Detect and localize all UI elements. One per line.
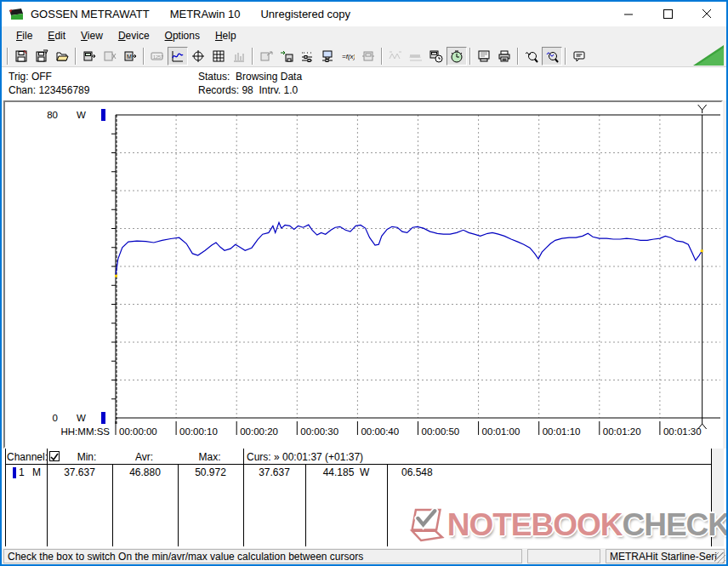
line-chart-button[interactable] [168,47,188,66]
statusbar-message: Check the box to switch On the min/avr/m… [3,549,522,563]
statusbar-device-name: METRAHit Starline-Seri [606,549,725,563]
maximize-button[interactable] [648,2,687,26]
zoom-drag-button[interactable] [521,47,542,66]
channel-range-marker-top [101,109,105,121]
max-value: 50.972 [178,466,243,478]
menu-file[interactable]: File [9,27,40,44]
toolbar: M1257=f(x) [2,45,726,67]
table-divider [47,449,48,546]
cursor2-point-marker [701,249,703,252]
cursor2-unit: W [360,466,369,478]
formula-button[interactable]: =f(x) [338,47,358,66]
save-device-data-button[interactable] [276,47,297,66]
menu-help[interactable]: Help [208,27,244,44]
svg-text:1257: 1257 [153,54,163,59]
checkmark-icon [50,453,59,461]
resize-grip[interactable] [714,552,725,563]
zoom-curve-button[interactable] [542,47,562,66]
channel-mode: M [32,466,44,478]
print-preview-button[interactable] [474,47,494,66]
minimize-button[interactable] [609,2,648,26]
minimize-icon [624,9,634,19]
save-device-data-icon [280,49,293,63]
status-value: Browsing Data [236,71,302,83]
records-value: 98 [242,84,253,96]
cursor2-top-marker [698,105,707,113]
x-tick-label: 00:00:40 [361,426,399,437]
print-icon [498,49,511,63]
menu-options[interactable]: Options [157,27,208,44]
channel-color-marker [13,467,16,478]
trig-value: OFF [31,71,52,83]
interval-value: 1.0 [284,84,299,96]
menu-device[interactable]: Device [111,27,157,44]
table-divider [243,449,244,546]
device-memory-button[interactable]: M [120,47,140,66]
close-button[interactable] [687,2,726,26]
x-axis-format-label: HH:MM:SS [61,426,111,437]
menu-edit[interactable]: Edit [40,27,73,44]
save-icon [14,49,28,63]
cursor1-value: 37.637 [243,466,305,478]
titlebar: GOSSEN METRAWATT METRAwin 10 Unregistere… [2,2,726,26]
x-tick-label: 00:00:30 [300,426,338,437]
statusbar: Check the box to switch On the min/avr/m… [2,548,726,564]
cursor-crosshair-button[interactable] [188,47,208,66]
numeric-display-icon: 1257 [151,49,164,63]
min-value: 37.637 [47,466,112,478]
time-sync-button[interactable] [426,47,446,66]
table-divider [387,465,388,546]
wave-single-icon [389,49,402,63]
annotation-button[interactable] [569,47,589,66]
device-config-icon [361,49,375,63]
device-stop-icon [103,49,117,63]
app-window: GOSSEN METRAWATT METRAwin 10 Unregistere… [0,0,728,566]
toolbar-separator [381,48,383,65]
toolbar-separator [565,48,566,65]
toolbar-separator [75,48,77,65]
table-divider [305,465,306,546]
open-file-icon [55,49,69,63]
power-trend-chart[interactable]: 80W0WHH:MM:SS00:00:0000:00:1000:00:2000:… [5,102,721,447]
cursor1-point-marker [115,275,117,277]
toolbar-separator [252,48,253,65]
minmax-checkbox[interactable] [49,451,60,461]
print-preview-icon [477,49,491,63]
menubar: FileEditViewDeviceOptionsHelp [2,26,726,45]
export-icon [259,49,273,63]
timer-button[interactable] [446,47,467,66]
save-button[interactable] [11,47,31,66]
channel-settings-button[interactable] [297,47,317,66]
zoom-drag-icon [525,49,538,63]
device-read-button[interactable] [79,47,100,66]
device-status-panel: Trig: OFF Chan: 123456789 Status: Browsi… [2,67,726,100]
print-button[interactable] [494,47,515,66]
wave-multi-button [406,47,426,66]
device-config-button [358,47,378,66]
channel-column-header: Channel: [7,451,48,463]
open-file-button[interactable] [52,47,72,66]
y-unit-top-label: W [77,110,86,120]
table-divider [178,465,179,546]
monitor-settings-button[interactable] [317,47,338,66]
channel-number: 1 [19,466,31,478]
device-read-icon [82,49,96,63]
x-tick-label: 00:00:50 [422,426,460,437]
menu-view[interactable]: View [73,27,111,44]
numeric-display-button: 1257 [147,47,168,66]
device-stop-button [100,47,120,66]
time-sync-icon [429,49,443,63]
cursor-delta-value: 06.548 [401,466,469,478]
cursor-column-header: Curs: » 00:01:37 (+01:37) [247,451,459,463]
toolbar-separator [469,48,471,65]
max-column-header: Max: [178,451,242,463]
table-view-icon [212,49,225,63]
table-header-rule [5,464,712,465]
title-app-name: GOSSEN METRAWATT [31,8,150,20]
table-scroll-strip[interactable] [712,449,724,546]
toolbar-grip [7,48,9,65]
chart-panel[interactable]: 80W0WHH:MM:SS00:00:0000:00:1000:00:2000:… [3,100,723,449]
status-label: Status: Browsing Data [198,71,302,83]
save-as-button[interactable] [31,47,52,66]
table-view-button[interactable] [208,47,229,66]
